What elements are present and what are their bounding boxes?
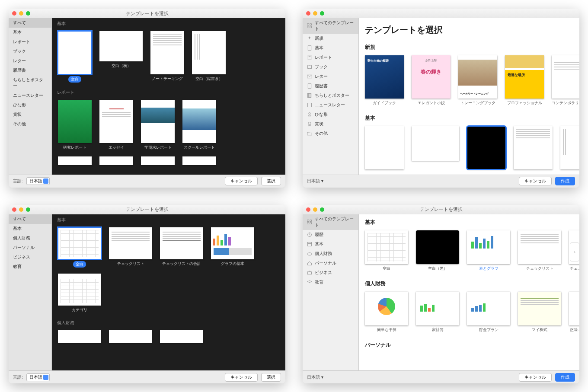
cancel-button[interactable]: キャンセル	[225, 177, 258, 185]
section-header: 基本	[52, 18, 285, 29]
sidebar-item-basic[interactable]: 基本	[303, 43, 358, 53]
sidebar-item-newsletter[interactable]: ニュースレター	[303, 100, 358, 110]
sidebar-item-personal[interactable]: パーソナル	[9, 243, 51, 252]
template-blank[interactable]	[365, 230, 408, 264]
cancel-button[interactable]: キャンセル	[519, 177, 552, 185]
template-category[interactable]	[58, 274, 101, 306]
window-pages-dark: テンプレートを選択 すべて 基本 レポート ブック レター 履歴書 ちらしとポス…	[9, 9, 285, 188]
template-novel[interactable]: 春の輝き永田 次郎	[412, 55, 451, 99]
svg-rect-0	[307, 24, 309, 25]
sidebar-item-certificate[interactable]: 賞状	[9, 110, 51, 119]
template-professional[interactable]: 最適な場所	[505, 55, 544, 99]
template-school[interactable]	[182, 100, 216, 143]
sidebar-item-flyer[interactable]: ちらしとポスター	[9, 75, 51, 91]
sidebar-item-finance[interactable]: 個人財務	[9, 233, 51, 243]
sidebar-item-report[interactable]: レポート	[9, 37, 51, 47]
svg-rect-8	[308, 84, 311, 89]
template-partial[interactable]	[99, 156, 133, 165]
select-button[interactable]: 選択	[261, 373, 281, 382]
window-title: テンプレートを選択	[9, 206, 285, 213]
template-charts[interactable]	[211, 227, 254, 259]
template-partial[interactable]	[182, 156, 216, 165]
svg-rect-5	[308, 55, 311, 60]
template-guidebook[interactable]: 野生生物の探索	[365, 55, 404, 99]
sidebar-item-basic[interactable]: 基本	[9, 224, 51, 233]
sidebar-item-report[interactable]: レポート	[303, 53, 358, 62]
template-checklist[interactable]	[518, 230, 561, 264]
svg-rect-21	[308, 242, 312, 246]
template-notetaking[interactable]	[514, 126, 553, 169]
svg-rect-12	[308, 103, 312, 107]
svg-rect-3	[310, 26, 312, 28]
template-stocks[interactable]	[518, 292, 561, 325]
template-training[interactable]: ベーカリートレーニング	[458, 55, 497, 99]
sidebar-item-resume[interactable]: 履歴書	[303, 81, 358, 91]
language-select[interactable]: 日本語	[26, 373, 50, 381]
sidebar-item-stationery[interactable]: ひな形	[9, 100, 51, 110]
template-budget[interactable]	[365, 292, 408, 325]
sidebar-item-business[interactable]: ビジネス	[303, 268, 358, 277]
scroll-right-icon[interactable]: ›	[570, 242, 579, 261]
sidebar-item-basic[interactable]: 基本	[303, 239, 358, 249]
template-checklist-total[interactable]	[160, 227, 203, 259]
sidebar-item-all[interactable]: すべて	[9, 18, 51, 28]
template-term[interactable]	[141, 100, 175, 143]
template-household[interactable]	[416, 292, 459, 325]
sidebar-item-new[interactable]: 新規	[303, 34, 358, 43]
template-blank[interactable]	[58, 31, 92, 74]
sidebar-item-all-templates[interactable]: すべてのテンプレート	[303, 214, 358, 230]
template-notetaking[interactable]	[150, 31, 184, 74]
select-button[interactable]: 選択	[261, 177, 281, 185]
sidebar-item-resume[interactable]: 履歴書	[9, 66, 51, 75]
minimize-icon[interactable]	[313, 11, 317, 16]
sidebar-item-other[interactable]: その他	[9, 119, 51, 129]
template-research[interactable]	[58, 100, 92, 143]
template-checklist[interactable]	[109, 227, 152, 259]
template-partial[interactable]	[58, 330, 101, 343]
template-vertical[interactable]	[560, 126, 579, 169]
sidebar-item-book[interactable]: ブック	[9, 47, 51, 56]
sidebar-item-letter[interactable]: レター	[303, 72, 358, 81]
template-partial[interactable]	[58, 156, 92, 165]
template-partial[interactable]	[109, 330, 152, 343]
language-select[interactable]: 日本語 ▾	[307, 374, 323, 380]
sidebar-item-stationery[interactable]: ひな形	[303, 110, 358, 119]
sidebar-item-business[interactable]: ビジネス	[9, 252, 51, 262]
template-partial[interactable]	[141, 156, 175, 165]
template-blank[interactable]	[58, 227, 101, 259]
sidebar-item-flyer[interactable]: ちらしとポスター	[303, 91, 358, 100]
template-blank-dark[interactable]	[467, 126, 506, 169]
sidebar-item-education[interactable]: 教育	[303, 277, 358, 287]
create-button[interactable]: 作成	[555, 177, 575, 185]
close-icon[interactable]	[306, 11, 310, 16]
sidebar-item-finance[interactable]: 個人財務	[303, 249, 358, 258]
sidebar-item-education[interactable]: 教育	[9, 262, 51, 271]
template-blank-landscape[interactable]	[99, 31, 143, 61]
sidebar-item-personal[interactable]: パーソナル	[303, 258, 358, 268]
template-contemporary[interactable]	[552, 55, 579, 99]
language-select[interactable]: 日本語	[26, 177, 50, 185]
sidebar-item-history[interactable]: 履歴	[303, 230, 358, 239]
sidebar-item-all[interactable]: すべて	[9, 214, 51, 224]
sidebar-item-other[interactable]: その他	[303, 129, 358, 138]
create-button[interactable]: 作成	[555, 373, 575, 382]
template-blank-black[interactable]	[416, 230, 459, 264]
template-essay[interactable]	[99, 100, 133, 143]
template-blank[interactable]	[365, 126, 404, 169]
template-partial[interactable]	[160, 330, 203, 343]
zoom-icon[interactable]	[320, 11, 324, 16]
cancel-button[interactable]: キャンセル	[519, 373, 552, 382]
sidebar-item-certificate[interactable]: 賞状	[303, 119, 358, 129]
template-blank-landscape[interactable]	[412, 126, 459, 161]
template-blank-vertical[interactable]	[192, 31, 226, 74]
template-partial[interactable]	[569, 292, 579, 325]
sidebar-item-book[interactable]: ブック	[303, 62, 358, 72]
sidebar-item-all-templates[interactable]: すべてのテンプレート	[303, 18, 358, 34]
template-savings[interactable]	[467, 292, 510, 325]
sidebar-item-basic[interactable]: 基本	[9, 28, 51, 37]
sidebar-item-newsletter[interactable]: ニュースレター	[9, 91, 51, 100]
sidebar-item-letter[interactable]: レター	[9, 56, 51, 66]
cancel-button[interactable]: キャンセル	[225, 373, 258, 382]
template-table-chart[interactable]	[467, 230, 510, 264]
language-select[interactable]: 日本語 ▾	[307, 178, 323, 184]
